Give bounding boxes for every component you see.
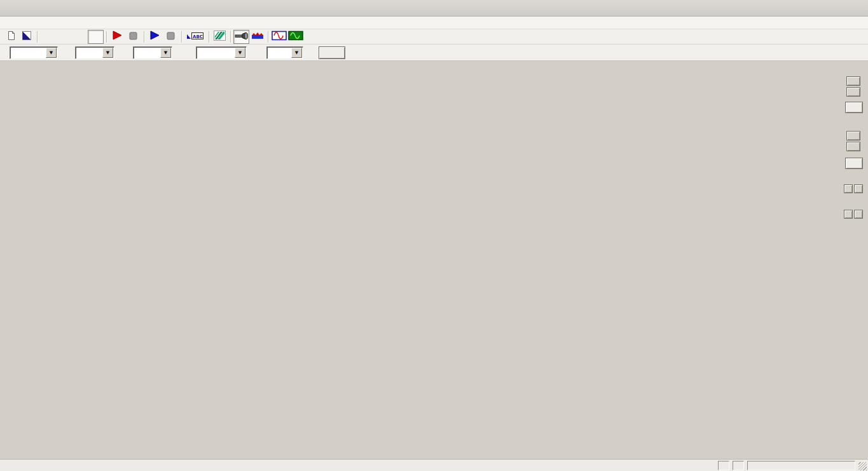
record-button[interactable]	[109, 30, 125, 44]
set-button[interactable]	[845, 158, 863, 169]
stop-icon	[167, 31, 175, 43]
spectrum-mode-button[interactable]	[88, 30, 104, 44]
toolbar-separator	[181, 31, 182, 43]
chevron-down-icon[interactable]: ▼	[46, 48, 57, 58]
overlay-mode-button[interactable]	[18, 30, 34, 44]
abc-icon: ABC	[186, 31, 205, 43]
waveform-icon	[251, 31, 264, 43]
frlow-left-button[interactable]	[844, 210, 853, 219]
stripes-icon	[214, 31, 226, 43]
generator-select[interactable]: ▼	[10, 46, 58, 59]
toolbar-separator	[230, 31, 231, 43]
scope-icon	[288, 31, 303, 43]
scope-view-button[interactable]	[287, 30, 304, 44]
sine-wave-icon	[272, 31, 287, 43]
new-document-icon	[6, 31, 16, 43]
record-play-icon	[113, 31, 122, 43]
generator-sine-button[interactable]	[271, 30, 287, 44]
toolbar-separator	[37, 31, 38, 43]
fr1-mode-button[interactable]	[72, 30, 88, 44]
toolbar-separator	[268, 31, 268, 43]
statusbar	[0, 459, 868, 471]
chart-region	[0, 61, 868, 459]
arta-window: ABC	[0, 0, 868, 471]
overlay-icon	[22, 31, 31, 43]
signal-view-button[interactable]	[249, 30, 265, 44]
titlebar	[0, 0, 868, 17]
svg-text:ABC: ABC	[193, 34, 203, 39]
range-up-button[interactable]	[846, 131, 860, 140]
toolbar-separator	[144, 31, 144, 43]
top-down-button[interactable]	[846, 87, 860, 97]
new-document-button[interactable]	[3, 30, 18, 44]
record-stop-button[interactable]	[125, 30, 141, 44]
chevron-down-icon[interactable]: ▼	[235, 48, 245, 58]
chevron-down-icon[interactable]: ▼	[102, 48, 113, 58]
generator-controls: ▼ ▼ ▼ ▼ ▼	[0, 44, 868, 61]
play-stop-button[interactable]	[163, 30, 179, 44]
reset-button[interactable]	[319, 46, 345, 59]
frhigh-right-button[interactable]	[854, 184, 863, 193]
chevron-down-icon[interactable]: ▼	[160, 48, 171, 58]
impulse-mode-button[interactable]	[40, 30, 56, 44]
toolbar: ABC	[0, 29, 868, 44]
calibrate-button[interactable]	[212, 30, 228, 44]
right-level-indicator	[733, 461, 744, 470]
fft-size-select[interactable]: ▼	[133, 46, 172, 59]
range-down-button[interactable]	[846, 142, 860, 151]
samplerate-select[interactable]: ▼	[75, 46, 114, 59]
window-select[interactable]: ▼	[196, 46, 247, 59]
spectrum-plot[interactable]	[0, 61, 868, 459]
play-button[interactable]	[147, 30, 163, 44]
stop-icon	[129, 31, 137, 43]
flashlight-icon	[235, 31, 249, 43]
chevron-down-icon[interactable]: ▼	[291, 48, 302, 58]
top-up-button[interactable]	[846, 76, 860, 86]
resize-grip[interactable]	[858, 462, 867, 470]
averaging-select[interactable]: ▼	[266, 46, 303, 59]
frlow-right-button[interactable]	[854, 210, 863, 219]
menubar	[0, 17, 868, 29]
scale-panel	[839, 61, 868, 459]
play-icon	[150, 31, 160, 43]
mode-indicator	[747, 461, 855, 470]
toolbar-separator	[209, 31, 209, 43]
fit-button[interactable]	[845, 102, 863, 113]
thd-readout-button[interactable]: ABC	[184, 30, 206, 44]
left-level-indicator	[718, 461, 729, 470]
frhigh-left-button[interactable]	[844, 184, 853, 193]
toolbar-separator	[106, 31, 107, 43]
probe-button[interactable]	[233, 30, 249, 44]
fr2-mode-button[interactable]	[56, 30, 72, 44]
